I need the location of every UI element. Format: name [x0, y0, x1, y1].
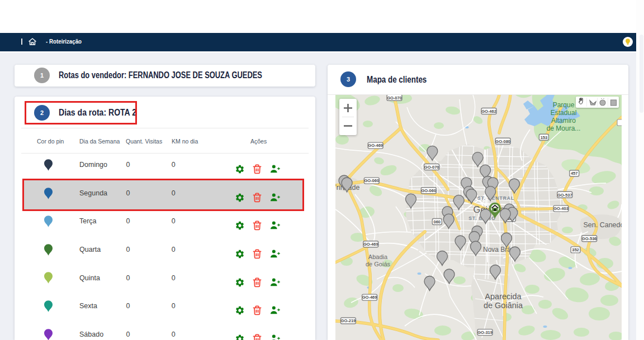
svg-text:GO-319: GO-319: [477, 330, 493, 335]
svg-text:060: 060: [433, 219, 441, 224]
svg-text:GO-469: GO-469: [363, 242, 378, 247]
svg-text:GO-070: GO-070: [424, 165, 439, 170]
svg-text:GO-060: GO-060: [421, 188, 436, 193]
svg-text:de Goiânia: de Goiânia: [483, 301, 523, 310]
svg-text:Parque: Parque: [552, 101, 574, 109]
svg-text:457: 457: [570, 171, 577, 176]
svg-text:Aparecida: Aparecida: [485, 292, 522, 301]
svg-text:GO-536: GO-536: [581, 236, 596, 241]
svg-text:GO-537: GO-537: [557, 193, 572, 198]
svg-text:de Moura...: de Moura...: [546, 124, 580, 132]
svg-text:GO-060: GO-060: [364, 178, 379, 183]
svg-text:GO-070: GO-070: [387, 95, 402, 100]
svg-text:Abadia: Abadia: [368, 253, 387, 260]
svg-text:352: 352: [572, 247, 579, 252]
svg-text:GO-469: GO-469: [362, 295, 377, 300]
svg-text:GO-469: GO-469: [368, 143, 383, 148]
svg-text:Altamiro: Altamiro: [551, 117, 575, 124]
svg-text:153: 153: [540, 135, 547, 140]
svg-text:Estadual: Estadual: [550, 109, 576, 117]
svg-text:Sen. Canedo: Sen. Canedo: [583, 221, 621, 229]
svg-text:GO-462: GO-462: [481, 109, 496, 114]
svg-text:GO-080: GO-080: [495, 139, 510, 144]
svg-text:GO-403: GO-403: [553, 206, 569, 211]
svg-text:de Goiás: de Goiás: [365, 261, 390, 267]
svg-text:GO-219: GO-219: [340, 318, 356, 323]
svg-text:ST. CENTRAL: ST. CENTRAL: [477, 195, 514, 201]
